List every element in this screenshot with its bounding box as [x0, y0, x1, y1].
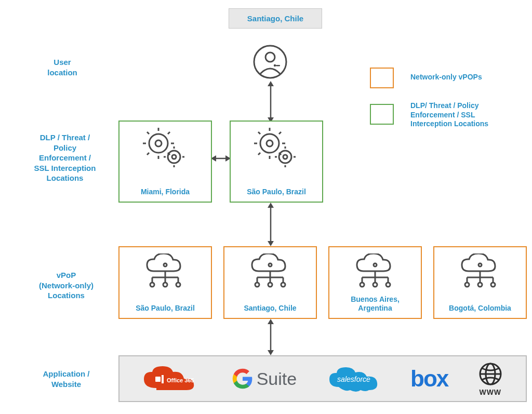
policy-pop-sao-paulo: São Paulo, Brazil: [230, 121, 323, 203]
office365-icon: Office 365: [141, 363, 203, 394]
vpop-label: Santiago, Chile: [224, 304, 316, 313]
arrow-user-to-policy: [265, 81, 276, 123]
globe-icon: [476, 361, 504, 387]
svg-marker-14: [268, 319, 274, 324]
svg-point-32: [260, 134, 279, 153]
policy-pop-label: Miami, Florida: [119, 188, 211, 196]
svg-line-39: [279, 132, 281, 134]
legend-text-network-only: Network-only vPOPs: [410, 73, 520, 82]
svg-point-27: [172, 155, 176, 159]
svg-line-24: [147, 153, 149, 155]
svg-point-61: [255, 283, 259, 287]
user-icon: [252, 44, 288, 80]
svg-point-56: [176, 283, 180, 287]
svg-point-66: [374, 263, 377, 266]
svg-point-79: [465, 283, 469, 287]
user-location-box: Santiago, Chile: [229, 8, 322, 29]
svg-point-81: [478, 283, 482, 287]
row-label-vpop: vPoP(Network-only)Locations: [29, 270, 104, 301]
svg-point-33: [267, 140, 273, 146]
cloud-network-icon: [224, 253, 316, 290]
svg-point-57: [269, 263, 272, 266]
www-text: WWW: [479, 388, 501, 396]
svg-rect-3: [276, 65, 280, 66]
vpop-label: Bogotá, Colombia: [434, 304, 526, 313]
svg-point-63: [268, 283, 272, 287]
svg-line-23: [168, 132, 170, 134]
vpop-bogota: Bogotá, Colombia: [433, 246, 527, 319]
cloud-network-icon: [329, 253, 421, 290]
box-text: box: [410, 366, 448, 392]
app-gsuite: Suite: [232, 368, 297, 390]
svg-line-22: [147, 132, 149, 134]
vpop-label: São Paulo, Brazil: [119, 304, 211, 313]
cloud-network-icon: [119, 253, 211, 290]
svg-point-65: [281, 283, 285, 287]
gears-icon: [231, 128, 322, 169]
svg-point-54: [163, 283, 167, 287]
svg-line-38: [258, 132, 260, 134]
policy-pop-miami: Miami, Florida: [118, 121, 212, 203]
diagram-canvas: Userlocation DLP / Threat /PolicyEnforce…: [0, 0, 532, 414]
svg-text:salesforce: salesforce: [337, 375, 370, 383]
google-g-icon: [232, 368, 254, 390]
svg-text:Office 365: Office 365: [167, 377, 194, 383]
svg-point-1: [265, 52, 275, 62]
row-label-user: Userlocation: [31, 57, 94, 77]
svg-point-75: [478, 263, 482, 266]
svg-point-2: [274, 64, 276, 66]
svg-point-26: [168, 151, 180, 163]
svg-point-74: [386, 283, 390, 287]
svg-point-16: [149, 134, 168, 153]
legend-swatch-network-only: [370, 68, 394, 88]
arrow-vpop-to-apps: [265, 319, 276, 355]
vpop-buenos-aires: Buenos Aires,Argentina: [328, 246, 422, 319]
app-www: WWW: [476, 361, 504, 396]
svg-point-72: [373, 283, 377, 287]
svg-marker-5: [268, 81, 274, 86]
row-label-apps: Application /Website: [29, 369, 104, 389]
svg-marker-15: [268, 350, 274, 355]
svg-line-40: [258, 153, 260, 155]
app-salesforce: salesforce: [325, 363, 382, 394]
vpop-sao-paulo: São Paulo, Brazil: [118, 246, 212, 319]
gears-icon: [119, 128, 211, 169]
svg-point-52: [150, 283, 154, 287]
vpop-label: Buenos Aires,Argentina: [329, 295, 421, 313]
arrow-policy-to-vpop: [265, 203, 276, 246]
app-box: box: [410, 366, 448, 392]
svg-point-43: [283, 155, 287, 159]
applications-strip: Office 365 Suite salesforce box: [118, 355, 527, 402]
gsuite-text: Suite: [257, 369, 297, 389]
row-label-policy: DLP / Threat /PolicyEnforcement /SSL Int…: [26, 132, 104, 183]
legend-text-policy: DLP/ Threat / PolicyEnforcement / SSLInt…: [410, 101, 525, 129]
policy-pop-label: São Paulo, Brazil: [231, 188, 322, 196]
svg-marker-11: [268, 203, 274, 208]
svg-marker-12: [268, 241, 274, 246]
svg-point-48: [164, 263, 167, 266]
svg-point-70: [360, 283, 364, 287]
svg-point-42: [279, 151, 291, 163]
vpop-santiago: Santiago, Chile: [223, 246, 317, 319]
svg-point-17: [155, 140, 162, 146]
svg-rect-85: [162, 375, 164, 383]
salesforce-icon: salesforce: [325, 363, 382, 394]
svg-point-83: [491, 283, 495, 287]
app-office365: Office 365: [141, 363, 203, 394]
legend-swatch-policy: [370, 104, 394, 125]
arrow-miami-saopaulo: [211, 153, 231, 164]
svg-rect-84: [155, 377, 161, 382]
cloud-network-icon: [434, 253, 526, 290]
